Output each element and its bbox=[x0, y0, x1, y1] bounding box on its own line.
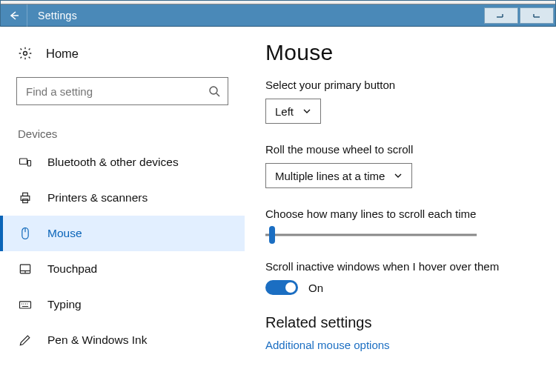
sidebar-item-touchpad[interactable]: Touchpad bbox=[0, 251, 245, 287]
sidebar-item-label: Bluetooth & other devices bbox=[47, 156, 179, 169]
search-icon bbox=[208, 85, 220, 97]
sidebar-item-printers[interactable]: Printers & scanners bbox=[0, 180, 245, 216]
search-box[interactable] bbox=[16, 77, 228, 105]
inactive-block: Scroll inactive windows when I hover ove… bbox=[265, 260, 541, 295]
sidebar-section-label: Devices bbox=[18, 127, 245, 140]
sidebar-item-label: Mouse bbox=[47, 227, 82, 240]
window-buttons bbox=[484, 7, 555, 24]
pen-icon bbox=[18, 333, 33, 348]
sidebar-home-label: Home bbox=[46, 47, 79, 61]
window-title: Settings bbox=[27, 10, 77, 21]
sidebar-item-label: Touchpad bbox=[47, 262, 97, 276]
titlebar: Settings bbox=[1, 4, 555, 27]
mouse-icon bbox=[18, 226, 33, 241]
svg-rect-12 bbox=[20, 302, 31, 308]
wheel-label: Roll the mouse wheel to scroll bbox=[265, 143, 541, 156]
keyboard-icon bbox=[18, 297, 33, 312]
sidebar-nav: Bluetooth & other devices Printers & sca… bbox=[0, 144, 245, 358]
sidebar-home[interactable]: Home bbox=[0, 43, 245, 68]
min-icon bbox=[494, 12, 508, 19]
printer-icon bbox=[18, 190, 33, 205]
svg-point-0 bbox=[24, 52, 27, 56]
sidebar-item-typing[interactable]: Typing bbox=[0, 287, 245, 322]
sidebar-item-pen[interactable]: Pen & Windows Ink bbox=[0, 322, 245, 358]
sidebar-item-mouse[interactable]: Mouse bbox=[0, 216, 245, 251]
chevron-down-icon bbox=[302, 107, 311, 116]
toggle-state-label: On bbox=[308, 282, 323, 294]
chevron-down-icon bbox=[394, 171, 403, 180]
related-settings-heading: Related settings bbox=[265, 314, 541, 331]
primary-button-dropdown[interactable]: Left bbox=[265, 99, 321, 124]
wheel-dropdown[interactable]: Multiple lines at a time bbox=[265, 163, 412, 188]
svg-rect-3 bbox=[27, 161, 30, 167]
page-title: Mouse bbox=[265, 40, 541, 65]
related-settings: Related settings Additional mouse option… bbox=[265, 314, 541, 351]
lines-label: Choose how many lines to scroll each tim… bbox=[265, 207, 541, 220]
minimize-button[interactable] bbox=[484, 7, 518, 24]
inactive-toggle[interactable] bbox=[265, 280, 298, 295]
search-wrap bbox=[16, 77, 228, 105]
lines-slider[interactable] bbox=[265, 227, 477, 241]
svg-rect-4 bbox=[21, 196, 30, 201]
sidebar-item-bluetooth[interactable]: Bluetooth & other devices bbox=[0, 144, 245, 180]
app-body: Home Devices Bluetooth & other devices bbox=[0, 27, 556, 392]
content: Mouse Select your primary button Left Ro… bbox=[245, 27, 556, 392]
touchpad-icon bbox=[18, 262, 33, 276]
max-icon bbox=[530, 12, 543, 19]
inactive-label: Scroll inactive windows when I hover ove… bbox=[265, 260, 541, 273]
additional-mouse-options-link[interactable]: Additional mouse options bbox=[265, 339, 541, 351]
back-button[interactable] bbox=[1, 4, 27, 27]
svg-rect-2 bbox=[20, 159, 27, 165]
arrow-left-icon bbox=[8, 10, 20, 21]
slider-track bbox=[265, 234, 477, 236]
lines-block: Choose how many lines to scroll each tim… bbox=[265, 207, 541, 241]
svg-rect-5 bbox=[23, 193, 28, 196]
primary-button-block: Select your primary button Left bbox=[265, 79, 541, 124]
devices-icon bbox=[18, 155, 33, 170]
wheel-block: Roll the mouse wheel to scroll Multiple … bbox=[265, 143, 541, 188]
slider-thumb[interactable] bbox=[269, 226, 275, 244]
dropdown-value: Multiple lines at a time bbox=[275, 170, 385, 182]
sidebar-item-label: Pen & Windows Ink bbox=[47, 333, 147, 347]
maximize-button[interactable] bbox=[520, 7, 554, 24]
sidebar-item-label: Printers & scanners bbox=[47, 191, 148, 205]
sidebar-item-label: Typing bbox=[47, 298, 82, 311]
primary-button-label: Select your primary button bbox=[265, 79, 541, 91]
gear-icon bbox=[18, 46, 33, 61]
sidebar: Home Devices Bluetooth & other devices bbox=[0, 27, 245, 392]
dropdown-value: Left bbox=[275, 105, 294, 118]
search-input[interactable] bbox=[24, 84, 208, 99]
svg-rect-6 bbox=[23, 199, 28, 203]
svg-point-1 bbox=[210, 87, 217, 94]
